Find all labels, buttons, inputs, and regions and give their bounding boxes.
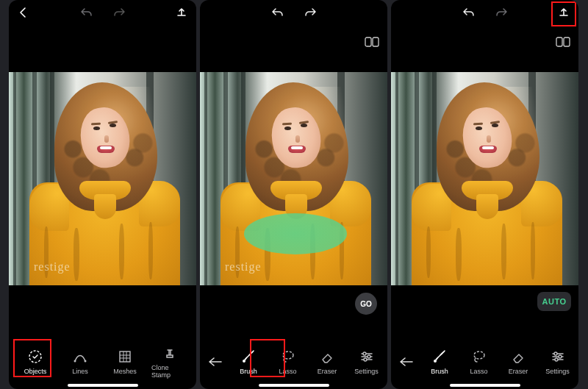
toolbar-back-icon[interactable] xyxy=(394,357,419,367)
tool-brush[interactable]: Brush xyxy=(421,349,458,375)
tool-lasso[interactable]: Lasso xyxy=(461,349,498,375)
auto-label: AUTO xyxy=(542,297,567,306)
back-chevron-icon[interactable] xyxy=(15,4,32,21)
tool-label: Settings xyxy=(354,368,379,375)
tool-label: Eraser xyxy=(318,368,337,375)
bottom-toolbar: Objects Lines Meshes Clone Stamp xyxy=(9,340,196,383)
top-bar xyxy=(200,0,387,25)
tool-label: Settings xyxy=(545,368,570,375)
top-bar xyxy=(9,0,196,25)
lasso-icon xyxy=(280,349,296,365)
tool-label: Objects xyxy=(24,368,47,375)
export-icon[interactable] xyxy=(173,4,190,21)
eraser-icon xyxy=(510,349,526,365)
bottom-toolbar: Brush Lasso Eraser Settings xyxy=(200,340,387,383)
svg-point-9 xyxy=(368,355,370,358)
svg-rect-4 xyxy=(365,38,371,46)
tool-settings[interactable]: Settings xyxy=(348,349,385,375)
svg-point-8 xyxy=(363,352,366,355)
meshes-icon xyxy=(117,349,133,365)
tool-label: Eraser xyxy=(509,368,528,375)
tool-eraser[interactable]: Eraser xyxy=(309,349,345,375)
tool-label: Clone Stamp xyxy=(151,364,188,379)
tool-label: Brush xyxy=(431,368,448,375)
top-bar xyxy=(391,0,578,25)
redo-icon[interactable] xyxy=(301,4,319,21)
home-indicator xyxy=(68,384,138,387)
svg-rect-5 xyxy=(373,38,379,46)
compare-icon[interactable] xyxy=(555,35,571,49)
undo-icon[interactable] xyxy=(460,4,478,21)
tool-meshes[interactable]: Meshes xyxy=(107,349,143,375)
home-indicator xyxy=(450,384,520,387)
auto-button[interactable]: AUTO xyxy=(537,292,571,311)
svg-rect-12 xyxy=(564,38,570,46)
screen-2: restige GO Brush Lasso Eraser xyxy=(200,0,387,389)
objects-icon xyxy=(27,349,43,365)
svg-point-0 xyxy=(29,351,41,363)
svg-point-13 xyxy=(434,360,437,363)
lines-icon xyxy=(72,349,88,365)
eraser-icon xyxy=(319,349,335,365)
clone-stamp-icon xyxy=(162,345,178,361)
screen-1: restige Objects Lines Meshes Clone Stamp xyxy=(9,0,196,389)
tool-label: Lasso xyxy=(470,368,487,375)
watermark-text: restige xyxy=(225,260,262,274)
bottom-toolbar: Brush Lasso Eraser Settings xyxy=(391,340,578,383)
svg-point-16 xyxy=(559,355,562,358)
tool-objects[interactable]: Objects xyxy=(17,349,54,375)
settings-icon xyxy=(550,349,566,365)
screen-3: AUTO Brush Lasso Eraser Sett xyxy=(391,0,578,389)
brush-icon xyxy=(431,349,448,365)
tool-eraser[interactable]: Eraser xyxy=(500,349,537,375)
brush-mask-overlay xyxy=(244,213,347,254)
undo-icon[interactable] xyxy=(78,4,96,21)
svg-point-6 xyxy=(243,360,245,363)
go-button[interactable]: GO xyxy=(355,293,377,315)
canvas-image[interactable]: restige xyxy=(9,72,196,285)
toolbar-back-icon[interactable] xyxy=(203,357,228,367)
tutorial-triptych: { "watermark_text": "restige", "panels":… xyxy=(0,0,588,389)
tool-settings[interactable]: Settings xyxy=(539,349,576,375)
tool-label: Meshes xyxy=(113,368,137,375)
svg-point-2 xyxy=(85,360,87,363)
svg-point-10 xyxy=(364,358,367,361)
svg-point-1 xyxy=(74,360,76,363)
compare-icon[interactable] xyxy=(364,35,380,49)
lasso-icon xyxy=(471,349,487,365)
settings-icon xyxy=(359,349,375,365)
export-icon[interactable] xyxy=(555,4,573,21)
svg-rect-11 xyxy=(556,38,562,46)
watermark-text: restige xyxy=(34,260,71,274)
redo-icon[interactable] xyxy=(492,4,510,21)
tool-lasso[interactable]: Lasso xyxy=(270,349,306,375)
svg-point-15 xyxy=(554,352,557,355)
svg-rect-3 xyxy=(120,351,130,362)
tool-brush[interactable]: Brush xyxy=(230,349,267,375)
tool-label: Lines xyxy=(72,368,88,375)
brush-icon xyxy=(240,349,257,365)
tool-label: Lasso xyxy=(279,368,296,375)
tool-label: Brush xyxy=(240,368,257,375)
go-label: GO xyxy=(360,300,372,308)
tool-clone-stamp[interactable]: Clone Stamp xyxy=(151,345,188,379)
canvas-image[interactable]: restige xyxy=(200,72,387,285)
svg-point-17 xyxy=(555,358,558,361)
tool-lines[interactable]: Lines xyxy=(62,349,98,375)
canvas-image[interactable] xyxy=(391,72,578,285)
home-indicator xyxy=(259,384,329,387)
redo-icon[interactable] xyxy=(110,4,128,21)
undo-icon[interactable] xyxy=(269,4,287,21)
